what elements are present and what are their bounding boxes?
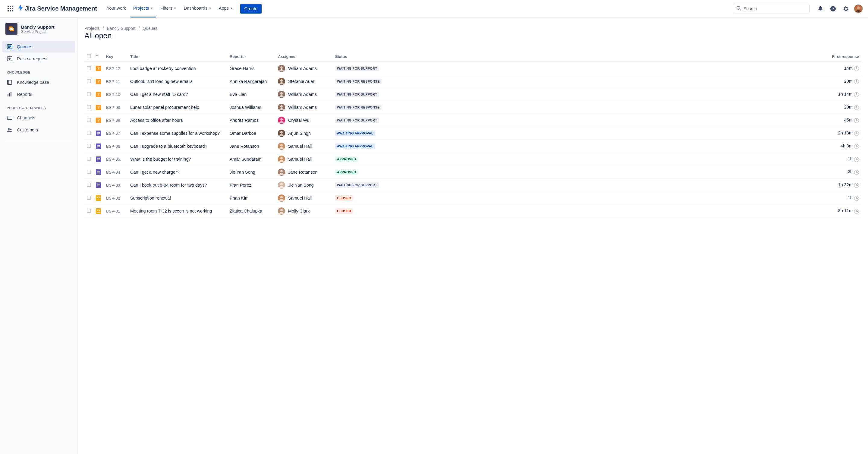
- product-logo[interactable]: Jira Service Management: [18, 4, 97, 13]
- col-header-title[interactable]: Title: [128, 52, 227, 62]
- issue-title[interactable]: Meeting room 7-32 is sceen is not workin…: [130, 209, 212, 213]
- table-row[interactable]: BSP-04 Can I get a new charger? Jie Yan …: [84, 166, 861, 179]
- channels-icon: [7, 115, 13, 121]
- first-response-time: 4h 3m: [841, 144, 852, 148]
- issue-key[interactable]: BSP-08: [106, 118, 120, 123]
- nav-projects[interactable]: Projects▼: [130, 0, 156, 18]
- issue-title[interactable]: Lost badge at rocketry convention: [130, 66, 196, 71]
- table-row[interactable]: BSP-01 Meeting room 7-32 is sceen is not…: [84, 205, 861, 218]
- issue-title[interactable]: Subscription renewal: [130, 195, 171, 201]
- sidebar-item-label: Channels: [17, 116, 35, 120]
- issue-key[interactable]: BSP-11: [106, 79, 120, 84]
- nav-filters[interactable]: Filters▼: [157, 0, 179, 18]
- table-row[interactable]: ? BSP-10 Can I get a new staff ID card? …: [84, 88, 861, 101]
- table-row[interactable]: BSP-05 What is the budget for training? …: [84, 153, 861, 166]
- sidebar-item-raise-request[interactable]: Raise a request: [2, 53, 75, 64]
- svg-point-59: [280, 209, 283, 211]
- table-row[interactable]: ? BSP-08 Access to office after hours An…: [84, 114, 861, 127]
- row-checkbox[interactable]: [87, 131, 91, 135]
- sidebar-item-reports[interactable]: Reports: [2, 89, 75, 100]
- nav-dashboards[interactable]: Dashboards▼: [181, 0, 215, 18]
- table-row[interactable]: ? BSP-11 Outlook isn't loading new email…: [84, 75, 861, 88]
- row-checkbox[interactable]: [87, 105, 91, 109]
- sidebar-item-label: Raise a request: [17, 56, 48, 61]
- row-checkbox[interactable]: [87, 79, 91, 83]
- row-checkbox[interactable]: [87, 157, 91, 161]
- issue-title[interactable]: Lunar solar panel procurement help: [130, 105, 199, 110]
- select-all-checkbox[interactable]: [87, 54, 91, 58]
- request-type-question-icon: ?: [96, 79, 101, 84]
- issue-key[interactable]: BSP-04: [106, 170, 120, 175]
- issue-title[interactable]: Can I get a new staff ID card?: [130, 92, 188, 97]
- profile-avatar[interactable]: [854, 4, 863, 13]
- issue-key[interactable]: BSP-03: [106, 183, 120, 187]
- reporter-name: Amar Sundaram: [230, 157, 261, 161]
- issue-title[interactable]: Can I expense some supplies for a worksh…: [130, 131, 220, 135]
- table-row[interactable]: BSP-06 Can I upgrade to a bluetooth keyb…: [84, 140, 861, 153]
- notifications-icon[interactable]: [816, 4, 825, 13]
- sidebar-item-queues[interactable]: Queues: [2, 41, 75, 53]
- sidebar-item-customers[interactable]: Customers: [2, 124, 75, 135]
- issue-key[interactable]: BSP-05: [106, 157, 120, 161]
- issue-key[interactable]: BSP-07: [106, 131, 120, 135]
- issue-key[interactable]: BSP-02: [106, 196, 120, 201]
- issue-key[interactable]: BSP-10: [106, 92, 120, 97]
- issue-title[interactable]: Can I book out 8-04 room for two days?: [130, 183, 207, 187]
- bolt-icon: [18, 4, 24, 13]
- crumb-project[interactable]: Bancly Support: [107, 26, 135, 31]
- issue-key[interactable]: BSP-09: [106, 105, 120, 110]
- assignee-avatar: [278, 156, 285, 163]
- row-checkbox[interactable]: [87, 183, 91, 187]
- create-button[interactable]: Create: [240, 4, 262, 13]
- issue-title[interactable]: Can I get a new charger?: [130, 170, 179, 175]
- clock-icon: [854, 66, 859, 71]
- row-checkbox[interactable]: [87, 195, 91, 200]
- col-header-status[interactable]: Status: [333, 52, 390, 62]
- svg-point-32: [280, 79, 283, 82]
- col-header-reporter[interactable]: Reporter: [227, 52, 276, 62]
- col-header-assignee[interactable]: Assignee: [276, 52, 333, 62]
- issue-key[interactable]: BSP-01: [106, 209, 120, 213]
- col-header-type[interactable]: T: [93, 52, 104, 62]
- nav-apps[interactable]: Apps▼: [216, 0, 236, 18]
- chevron-down-icon: ▼: [174, 7, 177, 10]
- issue-title[interactable]: Access to office after hours: [130, 118, 183, 123]
- table-row[interactable]: ? BSP-12 Lost badge at rocketry conventi…: [84, 62, 861, 75]
- project-header[interactable]: Bancly Support Service Project: [2, 23, 75, 40]
- crumb-projects[interactable]: Projects: [84, 26, 100, 31]
- col-header-first-response[interactable]: First response: [390, 52, 861, 62]
- row-checkbox[interactable]: [87, 209, 91, 213]
- row-checkbox[interactable]: [87, 118, 91, 122]
- reporter-name: Grace Harris: [230, 66, 254, 71]
- issue-title[interactable]: What is the budget for training?: [130, 157, 191, 161]
- table-row[interactable]: BSP-02 Subscription renewal Phan Kim Sam…: [84, 192, 861, 205]
- app-switcher-icon[interactable]: [5, 4, 15, 13]
- issue-key[interactable]: BSP-12: [106, 66, 120, 71]
- row-checkbox[interactable]: [87, 66, 91, 70]
- settings-icon[interactable]: [841, 4, 850, 13]
- first-response-time: 8h 11m: [838, 208, 852, 213]
- table-row[interactable]: ? BSP-09 Lunar solar panel procurement h…: [84, 101, 861, 114]
- row-checkbox[interactable]: [87, 144, 91, 148]
- search-icon: [736, 6, 741, 11]
- row-checkbox[interactable]: [87, 92, 91, 96]
- nav-your-work[interactable]: Your work: [104, 0, 129, 18]
- help-icon[interactable]: ?: [829, 4, 837, 13]
- col-header-key[interactable]: Key: [104, 52, 128, 62]
- crumb-queues[interactable]: Queues: [143, 26, 157, 31]
- search-box[interactable]: [733, 4, 809, 14]
- table-row[interactable]: BSP-07 Can I expense some supplies for a…: [84, 127, 861, 140]
- sidebar-heading-people: PEOPLE & CHANNELS: [2, 101, 75, 112]
- sidebar-item-knowledge-base[interactable]: Knowledge base: [2, 77, 75, 88]
- row-checkbox[interactable]: [87, 170, 91, 174]
- issue-title[interactable]: Can I upgrade to a bluetooth keyboard?: [130, 144, 207, 149]
- sidebar-item-channels[interactable]: Channels: [2, 112, 75, 124]
- clock-icon: [854, 170, 859, 175]
- sidebar-item-label: Customers: [17, 127, 38, 132]
- chevron-down-icon: ▼: [150, 7, 153, 10]
- search-input[interactable]: [744, 6, 806, 11]
- issue-key[interactable]: BSP-06: [106, 144, 120, 149]
- project-icon: [5, 23, 18, 35]
- table-row[interactable]: BSP-03 Can I book out 8-04 room for two …: [84, 179, 861, 192]
- issue-title[interactable]: Outlook isn't loading new emails: [130, 79, 193, 84]
